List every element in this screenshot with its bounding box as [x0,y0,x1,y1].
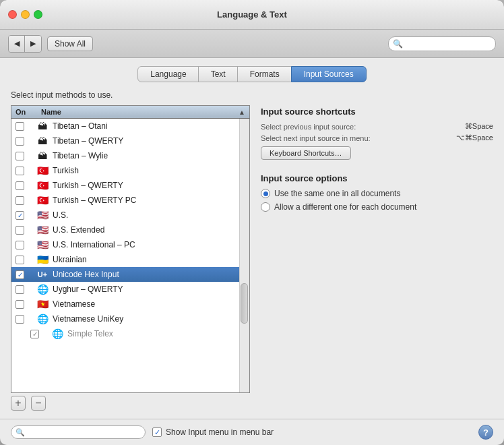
col-on-header: On [15,108,41,116]
shortcut-next-row: Select next input source in menu: ⌥⌘Spac… [261,134,493,142]
list-item[interactable]: 🇺🇦 Ukrainian [11,252,249,267]
content: Language Text Formats Input Sources Sele… [0,58,504,419]
checkbox-vietnamese[interactable] [15,300,36,309]
flag-tibetan-otani: 🏔 [36,121,49,131]
radio-same-doc-row[interactable]: Use the same one in all documents [261,189,493,198]
checkbox-ukrainian[interactable] [15,256,36,264]
list-item[interactable]: 🇹🇷 Turkish [11,163,249,178]
show-menu-checkbox[interactable]: ✓ [152,427,162,437]
list-panel: On Name ▲ 🏔 Tibetan – Otani 🏔 Tibetan – … [11,105,250,411]
forward-button[interactable]: ▶ [25,36,41,52]
shortcut-next-label: Select next input source in menu: [261,134,371,142]
bottom-bar: 🔍 ✓ Show Input menu in menu bar ? [0,419,504,445]
list-item[interactable]: 🇺🇸 U.S. Extended [11,222,249,237]
flag-us-extended: 🇺🇸 [36,225,49,235]
checkbox-tibetan-otani[interactable] [15,122,36,131]
shortcut-prev-key: ⌘Space [465,122,493,131]
list-item[interactable]: 🇺🇸 U.S. International – PC [11,237,249,252]
item-tibetan-wylie: Tibetan – Wylie [53,151,245,160]
show-all-button[interactable]: Show All [47,36,93,51]
item-turkish-qwerty-pc: Turkish – QWERTY PC [53,196,245,205]
main-area: On Name ▲ 🏔 Tibetan – Otani 🏔 Tibetan – … [11,105,493,411]
list-item[interactable]: 🇹🇷 Turkish – QWERTY PC [11,193,249,208]
search-container: 🔍 [388,36,496,51]
options-title: Input source options [261,173,493,183]
keyboard-shortcuts-button[interactable]: Keyboard Shortcuts… [261,146,351,160]
show-menu-label-text: Show Input menu in menu bar [166,427,274,437]
minimize-button[interactable] [21,10,30,19]
list-item[interactable]: 🏔 Tibetan – QWERTY [11,134,249,148]
checkbox-tibetan-wylie[interactable] [15,152,36,160]
col-name-header: Name [41,108,245,116]
right-panel: Input source shortcuts Select previous i… [261,105,493,411]
search-bottom-icon: 🔍 [15,428,25,437]
radio-diff-doc-row[interactable]: Allow a different one for each document [261,202,493,212]
tab-text[interactable]: Text [198,66,239,82]
radio-same-doc[interactable] [261,189,270,198]
list-item[interactable]: ✓ 🇺🇸 U.S. [11,208,249,222]
help-button[interactable]: ? [478,425,493,440]
tab-input-sources[interactable]: Input Sources [291,66,367,82]
toolbar: ◀ ▶ Show All 🔍 [0,30,504,58]
checkbox-us-extended[interactable] [15,226,36,235]
add-item-button[interactable]: + [11,396,26,411]
flag-vietnamese-unikey: 🌐 [36,314,49,324]
item-uyghur-qwerty: Uyghur – QWERTY [53,285,245,294]
back-button[interactable]: ◀ [9,36,25,52]
list-header: On Name ▲ [11,105,250,119]
radio-same-doc-label: Use the same one in all documents [274,189,400,198]
tab-formats[interactable]: Formats [237,66,292,82]
close-button[interactable] [8,10,17,19]
flag-turkish-qwerty: 🇹🇷 [36,181,49,190]
shortcut-prev-label: Select previous input source: [261,123,356,131]
search-bottom-input[interactable] [11,425,146,439]
list-item-simple-telex[interactable]: ✓ 🌐 Simple Telex [11,326,249,341]
search-input[interactable] [388,36,496,51]
tabs: Language Text Formats Input Sources [11,66,493,82]
flag-vietnamese: 🇻🇳 [36,299,49,309]
nav-buttons: ◀ ▶ [8,35,42,53]
list-item[interactable]: 🇻🇳 Vietnamese [11,297,249,312]
item-unicode-hex: Unicode Hex Input [53,270,245,279]
scrollbar-track[interactable] [239,119,249,392]
remove-item-button[interactable]: − [31,396,46,411]
tab-language[interactable]: Language [137,66,199,82]
shortcut-next-key: ⌥⌘Space [456,134,493,142]
radio-diff-doc-label: Allow a different one for each document [274,202,416,212]
scrollbar-thumb[interactable] [241,283,248,324]
list-item[interactable]: 🌐 Vietnamese UniKey [11,312,249,326]
radio-diff-doc[interactable] [261,202,270,212]
checkbox-us-intl-pc[interactable] [15,241,36,249]
list-scroll[interactable]: 🏔 Tibetan – Otani 🏔 Tibetan – QWERTY 🏔 T… [11,119,250,393]
checkbox-vietnamese-unikey[interactable] [15,315,36,324]
list-item-unicode-hex[interactable]: ✓ U+ Unicode Hex Input [11,267,249,282]
window: Language & Text ◀ ▶ Show All 🔍 Language … [0,0,504,445]
checkbox-turkish-qwerty[interactable] [15,181,36,190]
item-ukrainian: Ukrainian [53,255,245,264]
search-icon: 🔍 [393,39,403,49]
checkbox-turkish-qwerty-pc[interactable] [15,196,36,205]
flag-us-intl-pc: 🇺🇸 [36,240,49,249]
flag-turkish: 🇹🇷 [36,166,49,175]
list-item[interactable]: 🇹🇷 Turkish – QWERTY [11,178,249,193]
list-item[interactable]: 🏔 Tibetan – Otani [11,119,249,134]
show-menu-label-row: ✓ Show Input menu in menu bar [152,427,274,437]
flag-unicode-hex: U+ [36,270,49,279]
item-vietnamese: Vietnamese [53,299,245,309]
titlebar: Language & Text [0,0,504,30]
checkbox-simple-telex[interactable]: ✓ [30,330,51,338]
checkbox-us[interactable]: ✓ [15,211,36,220]
checkbox-uyghur-qwerty[interactable] [15,285,36,294]
flag-us: 🇺🇸 [36,210,49,220]
list-item[interactable]: 🏔 Tibetan – Wylie [11,148,249,163]
list-item[interactable]: 🌐 Uyghur – QWERTY [11,282,249,297]
flag-simple-telex: 🌐 [51,329,64,338]
checkbox-tibetan-qwerty[interactable] [15,137,36,146]
maximize-button[interactable] [34,10,42,19]
flag-tibetan-qwerty: 🏔 [36,136,49,146]
checkbox-turkish[interactable] [15,167,36,175]
item-turkish: Turkish [53,166,245,175]
item-us-extended: U.S. Extended [53,225,245,235]
checkbox-unicode-hex[interactable]: ✓ [15,270,36,279]
options-section: Input source options Use the same one in… [261,173,493,216]
